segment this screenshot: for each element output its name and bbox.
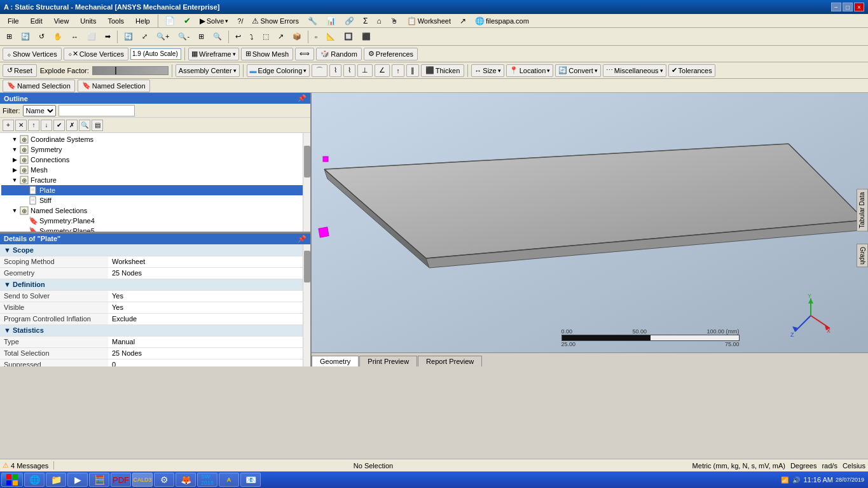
angle-icon1[interactable]: ⌒ [312, 64, 327, 77]
worksheet-button[interactable]: 📋 Worksheet [403, 14, 455, 28]
menu-units[interactable]: Units [75, 16, 101, 26]
print-preview-tab[interactable]: Print Preview [359, 356, 417, 366]
tb2-icon14[interactable]: ↩ [231, 30, 245, 44]
select-icon[interactable]: ↗ [456, 14, 470, 28]
tree-expand-named_sel[interactable]: ▼ [10, 207, 19, 214]
assembly-center-dropdown[interactable]: Assembly Center ▾ [176, 64, 240, 77]
subdivide-icon[interactable]: ⟺ [295, 48, 314, 60]
edge-coloring-dropdown[interactable]: ▬ Edge Coloring ▾ [247, 64, 310, 77]
icon6[interactable]: 🖱 [387, 14, 402, 28]
icon5[interactable]: ⌂ [373, 14, 385, 28]
taskbar-calc[interactable]: 🧮 [89, 473, 109, 487]
tb2-icon5[interactable]: ↔ [67, 30, 82, 44]
tree-item-stiff[interactable]: Stiff [1, 195, 309, 206]
minimize-button[interactable]: − [831, 3, 841, 11]
preferences-button[interactable]: ⚙ Preferences [364, 48, 418, 60]
details-scrollbar[interactable] [303, 244, 310, 366]
tb2-icon18[interactable]: 📦 [289, 30, 305, 44]
viewport[interactable]: Plate 28/07/2019 11:14 AM Plate ANSYS R1… [312, 93, 868, 366]
tree-item-mesh[interactable]: ▶⊕Mesh [1, 165, 309, 175]
convert-dropdown[interactable]: 🔄 Convert ▾ [555, 64, 601, 77]
tree-item-sym[interactable]: ▼⊕Symmetry [1, 144, 309, 155]
tree-expand-conn[interactable]: ▶ [10, 157, 19, 163]
help-q-button[interactable]: ?/ [233, 14, 247, 28]
show-errors-button[interactable]: ⚠ Show Errors [248, 14, 303, 28]
location-dropdown[interactable]: 📍 Location ▾ [506, 64, 554, 77]
out-tb-new[interactable]: + [3, 120, 14, 131]
tabular-data-tab[interactable]: Tabular Data [857, 189, 868, 232]
tree-item-plate[interactable]: Plate [1, 185, 309, 195]
menu-edit[interactable]: Edit [25, 16, 48, 26]
taskbar-cald3[interactable]: CALD3 [132, 473, 153, 487]
tb2-icon11[interactable]: 🔍- [174, 30, 193, 44]
out-tb-search[interactable]: 🔍 [79, 120, 90, 131]
show-mesh-button[interactable]: ⊞ Show Mesh [241, 48, 293, 60]
taskbar-ie[interactable]: 🌐 [24, 473, 45, 487]
normal-icon[interactable]: ↑ [392, 64, 404, 77]
out-tb-delete[interactable]: ✕ [15, 120, 27, 131]
tree-expand-mesh[interactable]: ▶ [10, 167, 19, 173]
out-tb-sort[interactable]: ▤ [92, 120, 103, 131]
solve-button[interactable]: ▶ Solve ▾ [196, 14, 233, 28]
icon1[interactable]: 🔧 [304, 14, 321, 28]
scale-input[interactable] [130, 48, 181, 60]
icon4[interactable]: Σ [359, 14, 371, 28]
angle-icon3[interactable]: ⌇ [343, 64, 355, 77]
tree-item-named_sel[interactable]: ▼⊕Named Selections [1, 206, 309, 216]
angle-icon2[interactable]: ⌇ [329, 64, 341, 77]
out-tb-cross[interactable]: ✗ [66, 120, 78, 131]
tb2-icon21[interactable]: 🔲 [340, 30, 357, 44]
tb2-icon22[interactable]: ⬛ [358, 30, 375, 44]
named-sel-1[interactable]: 🔖 Named Selection [3, 80, 75, 92]
tree-item-sym_plane4[interactable]: 🔖Symmetry:Plane4 [1, 216, 309, 226]
reset-button[interactable]: ↺ Reset [3, 64, 37, 77]
menu-tools[interactable]: Tools [102, 16, 129, 26]
start-button[interactable] [1, 473, 23, 487]
tb2-icon9[interactable]: ⤢ [138, 30, 151, 44]
edge-icon[interactable]: ‖ [406, 64, 419, 77]
filter-input[interactable] [59, 105, 135, 116]
tb2-icon3[interactable]: ↺ [35, 30, 48, 44]
report-preview-tab[interactable]: Report Preview [418, 356, 482, 366]
tb2-icon8[interactable]: 🔄 [120, 30, 137, 44]
taskbar-ansys[interactable]: A [219, 473, 239, 487]
check-button[interactable]: ✔ [180, 14, 195, 28]
tb2-icon1[interactable]: ⊞ [3, 30, 16, 44]
out-tb-down[interactable]: ↓ [41, 120, 52, 131]
new-button[interactable]: 📄 [161, 14, 179, 28]
tb2-icon16[interactable]: ⬚ [259, 30, 273, 44]
filter-type-select[interactable]: Name [23, 105, 56, 116]
tolerances-dropdown[interactable]: ✔ Tolerances [668, 64, 715, 77]
close-button[interactable]: × [854, 3, 864, 11]
tb2-icon2[interactable]: 🔄 [17, 30, 34, 44]
outline-scrollbar[interactable] [303, 133, 310, 232]
tb2-icon13[interactable]: 🔍 [209, 30, 226, 44]
miscellaneous-dropdown[interactable]: ⋯ Miscellaneous ▾ [603, 64, 666, 77]
thicken-button[interactable]: ⬛ Thicken [421, 64, 465, 77]
icon3[interactable]: 🔗 [341, 14, 358, 28]
tree-item-sym_plane5[interactable]: 🔖Symmetry:Plane5 [1, 226, 309, 232]
tb2-icon4[interactable]: ✋ [50, 30, 66, 44]
menu-view[interactable]: View [49, 16, 74, 26]
graph-tab[interactable]: Graph [857, 244, 868, 268]
taskbar-firefox[interactable]: 🦊 [176, 473, 196, 487]
tree-item-conn[interactable]: ▶⊕Connections [1, 155, 309, 165]
wireframe-dropdown[interactable]: ▦ Wireframe ▾ [188, 48, 239, 60]
taskbar-gmail[interactable]: 📧 [240, 473, 261, 487]
tree-expand-fracture[interactable]: ▼ [10, 177, 19, 183]
angle-icon4[interactable]: ⊥ [357, 64, 373, 77]
tb2-icon6[interactable]: ⬜ [83, 30, 100, 44]
out-tb-check[interactable]: ✔ [53, 120, 65, 131]
tb2-icon20[interactable]: 📐 [322, 30, 339, 44]
tree-expand-coord[interactable]: ▼ [10, 136, 19, 143]
angle-icon5[interactable]: ∠ [375, 64, 390, 77]
menu-file[interactable]: File [3, 16, 24, 26]
named-sel-2[interactable]: 🔖 Named Selection [78, 80, 150, 92]
tree-item-coord[interactable]: ▼⊕Coordinate Systems [1, 134, 309, 144]
maximize-button[interactable]: □ [843, 3, 853, 11]
taskbar-explorer[interactable]: 📁 [46, 473, 66, 487]
tb2-icon7[interactable]: ➡ [101, 30, 114, 44]
tb2-icon19[interactable]: ▫ [311, 30, 321, 44]
taskbar-sw2016[interactable]: SW2016 [197, 473, 217, 487]
explode-slider[interactable] [92, 66, 169, 75]
